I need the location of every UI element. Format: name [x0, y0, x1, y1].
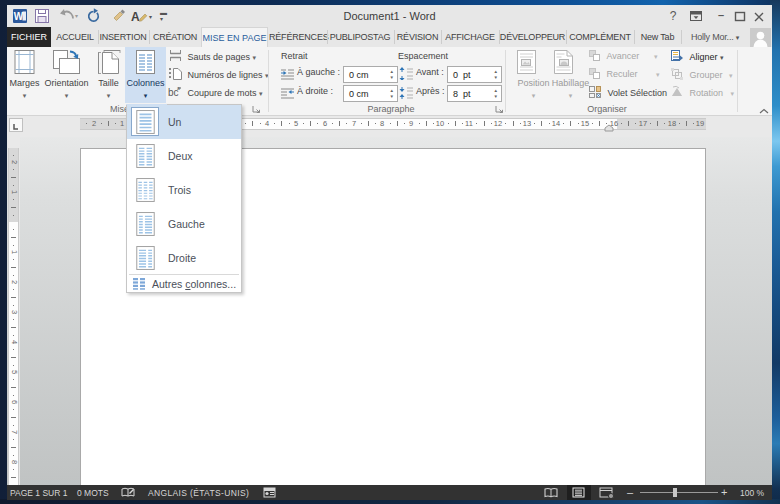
svg-text:A: A	[131, 10, 140, 24]
svg-text:▾: ▾	[75, 13, 78, 19]
svg-text:▬: ▬	[160, 9, 167, 16]
svg-text:W: W	[14, 11, 24, 22]
svg-text:▾: ▾	[160, 16, 163, 22]
svg-text:▾: ▾	[149, 14, 152, 20]
svg-text:a: a	[177, 85, 180, 91]
